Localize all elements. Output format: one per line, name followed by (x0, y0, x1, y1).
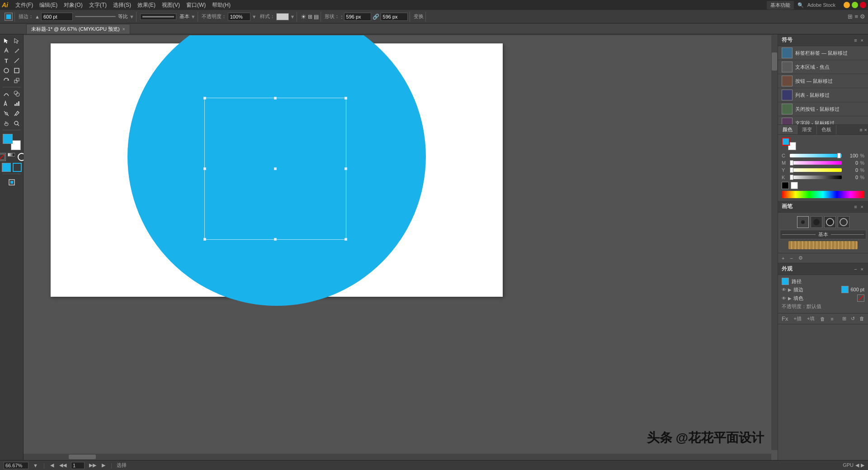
settings-icon[interactable]: ⚙ (860, 13, 865, 20)
tab-close-btn[interactable]: × (123, 27, 125, 32)
appearance-trash-icon[interactable]: 🗑 (858, 315, 866, 323)
appearance-layer-icon[interactable]: ⊞ (840, 315, 848, 323)
fill-none-indicator[interactable] (857, 294, 864, 302)
align-icon[interactable]: ▤ (314, 14, 319, 20)
hand-tool[interactable] (2, 119, 11, 128)
handle-top-left[interactable] (203, 97, 206, 100)
shape-builder-tool[interactable] (12, 89, 22, 98)
dropdown-style[interactable]: ▼ (290, 14, 295, 19)
dropdown-stroke-type[interactable]: ▼ (129, 14, 134, 19)
white-swatch[interactable] (791, 182, 798, 189)
handle-top-center[interactable] (274, 97, 277, 100)
black-swatch[interactable] (782, 182, 789, 189)
page-last[interactable]: ▶▶ (88, 462, 97, 468)
close-button[interactable] (860, 2, 866, 8)
color-tab-color[interactable]: 颜色 (778, 125, 797, 134)
y-slider-thumb[interactable] (790, 167, 793, 173)
vertical-scroll-thumb[interactable] (772, 52, 777, 71)
menu-edit[interactable]: 编辑(E) (37, 0, 60, 10)
color-tab-gradient[interactable]: 渐变 (797, 125, 817, 134)
appearance-options-btn[interactable]: ≡ (829, 315, 835, 323)
menu-effect[interactable]: 效果(E) (135, 0, 158, 10)
page-input[interactable] (71, 462, 85, 469)
fg-swatch[interactable] (782, 138, 790, 146)
color-panel-menu[interactable]: ≡ (859, 127, 863, 133)
appearance-add-fx-btn[interactable]: Fx (780, 314, 790, 323)
page-first[interactable]: ◀◀ (58, 462, 67, 468)
zoom-tool[interactable] (12, 119, 22, 128)
menu-help[interactable]: 帮助(H) (209, 0, 233, 10)
minimize-button[interactable] (844, 2, 850, 8)
page-prev[interactable]: ◀ (49, 462, 55, 468)
k-slider-thumb[interactable] (790, 175, 793, 180)
direct-select-tool[interactable] (12, 36, 22, 45)
rotate-tool[interactable] (2, 76, 11, 85)
eyedropper-tool[interactable] (12, 109, 22, 118)
brush-close-icon[interactable]: × (860, 204, 864, 209)
menu-window[interactable]: 窗口(W) (184, 0, 208, 10)
mesh-tool[interactable] (2, 109, 11, 118)
handle-bottom-left[interactable] (203, 238, 206, 241)
shape-link-icon[interactable]: 🔗 (373, 14, 379, 20)
appearance-minimize-icon[interactable]: − (853, 266, 858, 272)
dropdown-opacity[interactable]: ▼ (252, 14, 257, 19)
scale-tool[interactable] (12, 76, 22, 85)
color-spectrum[interactable] (782, 191, 864, 198)
select-tool[interactable] (2, 36, 11, 45)
brush-opt-4[interactable] (838, 216, 849, 228)
stroke-value-input[interactable] (41, 13, 73, 21)
shape-width-input[interactable] (344, 13, 371, 21)
m-slider-thumb[interactable] (790, 160, 793, 166)
handle-bottom-center[interactable] (274, 238, 277, 241)
menu-file[interactable]: 文件(F) (13, 0, 36, 10)
visibility-eye-0[interactable]: 👁 (782, 287, 786, 292)
gradient-btn[interactable] (8, 153, 16, 161)
page-next[interactable]: ▶ (101, 462, 106, 468)
opacity-input[interactable] (228, 13, 250, 21)
visibility-eye-1[interactable]: 👁 (782, 296, 786, 301)
pen-tool[interactable] (2, 46, 11, 55)
appearance-close-icon[interactable]: × (860, 266, 864, 272)
menu-view[interactable]: 视图(V) (159, 0, 183, 10)
horizontal-scrollbar[interactable] (24, 454, 771, 460)
workspace-label[interactable]: 基本功能 (767, 1, 794, 9)
sun-icon[interactable]: ☀ (301, 13, 307, 20)
none-color-btn[interactable] (0, 153, 6, 161)
symbol-item-1[interactable]: 文本区域 - 焦点 (778, 60, 868, 74)
menu-select[interactable]: 选择(S) (110, 0, 134, 10)
color-panel-close[interactable]: × (863, 127, 868, 133)
handle-bottom-right[interactable] (344, 238, 347, 241)
fill-box[interactable] (2, 163, 11, 172)
color-tab-swatch[interactable]: 色板 (817, 125, 836, 134)
handle-middle-right[interactable] (344, 167, 347, 170)
canvas-area[interactable]: 头条 @花花平面设计 (24, 34, 778, 460)
expand-icon-1[interactable]: ▶ (788, 296, 792, 301)
dropdown-stroke-style[interactable]: ▼ (191, 14, 196, 19)
appearance-add-stroke-btn[interactable]: +描 (792, 314, 803, 323)
grid-icon[interactable]: ⊞ (848, 13, 853, 20)
appearance-delete-btn[interactable]: 🗑 (818, 315, 827, 323)
brush-opt-3[interactable] (824, 216, 836, 228)
brush-options-btn[interactable]: ⚙ (797, 254, 805, 262)
symbol-item-3[interactable]: 列表 - 鼠标移过 (778, 88, 868, 102)
graph-tool[interactable] (12, 99, 22, 108)
vertical-scrollbar[interactable] (771, 34, 778, 450)
stroke-color-btn[interactable] (5, 13, 13, 21)
y-slider[interactable] (790, 168, 842, 172)
symbol-tool[interactable] (2, 99, 11, 108)
artboard-tool[interactable] (2, 178, 22, 187)
k-slider[interactable] (790, 176, 842, 179)
c-slider[interactable] (790, 154, 842, 157)
symbol-item-4[interactable]: 关闭按钮 - 鼠标移过 (778, 102, 868, 116)
brush-tool[interactable] (12, 66, 22, 75)
appearance-add-fill-btn[interactable]: +填 (805, 314, 816, 323)
warp-tool[interactable] (2, 89, 11, 98)
brush-delete-btn[interactable]: − (788, 255, 794, 262)
foreground-color-box[interactable] (3, 134, 13, 144)
stroke-box[interactable] (13, 163, 22, 172)
brush-opt-2[interactable] (811, 216, 822, 228)
appearance-sync-icon[interactable]: ↺ (849, 315, 857, 323)
symbols-menu-icon[interactable]: ≡ (853, 38, 858, 43)
zoom-input[interactable] (4, 462, 28, 469)
maximize-button[interactable] (852, 2, 858, 8)
